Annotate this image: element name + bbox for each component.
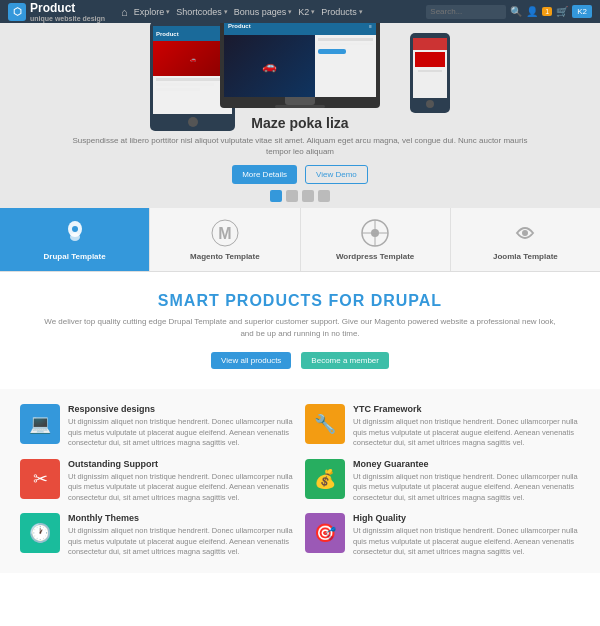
device-desktop: Product ≡ 🚗 — [220, 23, 380, 108]
wordpress-icon — [360, 218, 390, 248]
template-tabs: Drupal Template M Magento Template Wordp… — [0, 208, 600, 272]
svg-point-3 — [72, 226, 78, 232]
drupal-icon — [60, 218, 90, 248]
become-member-button[interactable]: Become a member — [301, 352, 389, 369]
view-products-button[interactable]: View all products — [211, 352, 291, 369]
feature-icon-3: 💰 — [305, 459, 345, 499]
feature-icon-1: 🔧 — [305, 404, 345, 444]
tab-wordpress-label: Wordpress Template — [336, 252, 414, 261]
logo-subtitle: unique website design — [30, 15, 105, 22]
feature-item-3: 💰 Money Guarantee Ut dignissim aliquet n… — [305, 459, 580, 504]
cart-badge: 1 — [542, 7, 552, 16]
main-nav: ⌂ Explore ▾ Shortcodes ▾ Bonus pages ▾ K… — [121, 6, 420, 18]
feature-icon-0: 💻 — [20, 404, 60, 444]
feature-item-2: ✂ Outstanding Support Ut dignissim aliqu… — [20, 459, 295, 504]
feature-title-0: Responsive designs — [68, 404, 295, 414]
feature-desc-2: Ut dignissim aliquet non tristique hendr… — [68, 472, 295, 504]
svg-text:M: M — [218, 225, 231, 242]
svg-point-10 — [522, 230, 528, 236]
devices-showcase: Product 🚗 — [130, 23, 470, 109]
tab-drupal-label: Drupal Template — [44, 252, 106, 261]
hero-section: Product 🚗 — [0, 23, 600, 208]
chevron-down-icon: ▾ — [288, 8, 292, 16]
header: ⬡ Product unique website design ⌂ Explor… — [0, 0, 600, 23]
chevron-down-icon: ▾ — [224, 8, 228, 16]
search-input[interactable] — [426, 5, 506, 19]
tab-magento[interactable]: M Magento Template — [150, 208, 300, 271]
logo[interactable]: ⬡ Product unique website design — [8, 1, 105, 22]
smart-products-section: SMART PRODUCTS FOR DRUPAL We deliver top… — [0, 272, 600, 389]
feature-item-0: 💻 Responsive designs Ut dignissim alique… — [20, 404, 295, 449]
feature-icon-2: ✂ — [20, 459, 60, 499]
view-demo-button[interactable]: View Demo — [305, 165, 368, 184]
logo-text: Product — [30, 1, 105, 15]
slider-dots — [60, 190, 540, 202]
joomla-icon — [510, 218, 540, 248]
slider-description: Suspendisse at libero porttitor nisl ali… — [60, 135, 540, 157]
nav-shortcodes[interactable]: Shortcodes ▾ — [176, 7, 228, 17]
chevron-down-icon: ▾ — [311, 8, 315, 16]
tab-joomla[interactable]: Joomla Template — [451, 208, 600, 271]
slider-content: Maze poka liza Suspendisse at libero por… — [0, 109, 600, 208]
tab-magento-label: Magento Template — [190, 252, 260, 261]
feature-title-3: Money Guarantee — [353, 459, 580, 469]
feature-title-2: Outstanding Support — [68, 459, 295, 469]
feature-desc-1: Ut dignissim aliquet non tristique hendr… — [353, 417, 580, 449]
feature-desc-4: Ut dignissim aliquet non tristique hendr… — [68, 526, 295, 558]
slider-dot-3[interactable] — [302, 190, 314, 202]
header-cta-button[interactable]: K2 — [572, 5, 592, 18]
more-details-button[interactable]: More Details — [232, 165, 297, 184]
feature-desc-0: Ut dignissim aliquet non tristique hendr… — [68, 417, 295, 449]
home-nav-item[interactable]: ⌂ — [121, 6, 128, 18]
feature-icon-5: 🎯 — [305, 513, 345, 553]
smart-buttons: View all products Become a member — [40, 352, 560, 369]
device-phone — [410, 33, 450, 113]
svg-point-2 — [70, 233, 80, 241]
tab-drupal[interactable]: Drupal Template — [0, 208, 150, 271]
cart-icon[interactable]: 🛒 — [556, 6, 568, 17]
tab-wordpress[interactable]: Wordpress Template — [301, 208, 451, 271]
feature-desc-5: Ut dignissim aliquet non tristique hendr… — [353, 526, 580, 558]
header-right: 🔍 👤 1 🛒 K2 — [426, 5, 592, 19]
slider-buttons: More Details View Demo — [60, 165, 540, 184]
feature-title-5: High Quality — [353, 513, 580, 523]
nav-products[interactable]: Products ▾ — [321, 7, 363, 17]
feature-icon-4: 🕐 — [20, 513, 60, 553]
chevron-down-icon: ▾ — [359, 8, 363, 16]
slider-dot-1[interactable] — [270, 190, 282, 202]
nav-bonus[interactable]: Bonus pages ▾ — [234, 7, 293, 17]
user-icon[interactable]: 👤 — [526, 6, 538, 17]
feature-item-5: 🎯 High Quality Ut dignissim aliquet non … — [305, 513, 580, 558]
feature-desc-3: Ut dignissim aliquet non tristique hendr… — [353, 472, 580, 504]
features-grid: 💻 Responsive designs Ut dignissim alique… — [20, 404, 580, 558]
feature-title-1: YTC Framework — [353, 404, 580, 414]
smart-title: SMART PRODUCTS FOR DRUPAL — [40, 292, 560, 310]
feature-title-4: Monthly Themes — [68, 513, 295, 523]
feature-item-4: 🕐 Monthly Themes Ut dignissim aliquet no… — [20, 513, 295, 558]
chevron-down-icon: ▾ — [166, 8, 170, 16]
logo-icon: ⬡ — [8, 3, 26, 21]
magento-icon: M — [210, 218, 240, 248]
nav-k2[interactable]: K2 ▾ — [298, 7, 315, 17]
features-section: 💻 Responsive designs Ut dignissim alique… — [0, 389, 600, 573]
slider-dot-4[interactable] — [318, 190, 330, 202]
nav-explore[interactable]: Explore ▾ — [134, 7, 171, 17]
smart-description: We deliver top quality cutting edge Drup… — [40, 316, 560, 340]
feature-item-1: 🔧 YTC Framework Ut dignissim aliquet non… — [305, 404, 580, 449]
slider-dot-2[interactable] — [286, 190, 298, 202]
tab-joomla-label: Joomla Template — [493, 252, 558, 261]
slider-title: Maze poka liza — [60, 115, 540, 131]
search-icon[interactable]: 🔍 — [510, 6, 522, 17]
